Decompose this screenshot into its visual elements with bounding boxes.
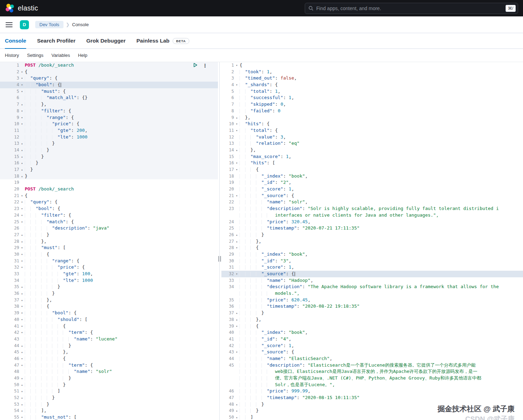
request-options-icon[interactable]: ⋮ [203, 63, 207, 68]
code-row[interactable]: 48▴} [221, 401, 523, 408]
response-viewer[interactable]: 1▾{2"took": 1,3"timed_out": false,4▾"_sh… [221, 62, 523, 420]
fold-toggle-icon[interactable]: ▴ [19, 382, 25, 388]
code-row[interactable]: 23"description": "Solr is highly scalabl… [221, 205, 523, 212]
fold-toggle-icon[interactable]: ▴ [19, 407, 25, 414]
fold-toggle-icon[interactable]: ▴ [19, 153, 25, 160]
fold-toggle-icon[interactable]: ▾ [19, 362, 25, 369]
code-row[interactable]: 52▴} [0, 395, 218, 401]
fold-toggle-icon[interactable]: ▾ [19, 310, 25, 316]
tab-console[interactable]: Console [5, 33, 26, 48]
code-row[interactable]: 26"description": "java" [0, 225, 218, 232]
code-row[interactable]: 10▾"price": { [0, 121, 218, 127]
code-row[interactable]: interfaces or native clients for Java an… [221, 212, 523, 219]
fold-toggle-icon[interactable]: ▴ [19, 349, 25, 355]
code-row[interactable]: 44▴} [0, 343, 218, 349]
code-row[interactable]: 47"timestamp": "2020-08-15 10:11:35" [221, 395, 523, 401]
code-row[interactable]: 23▾"bool": { [0, 205, 218, 212]
code-row[interactable]: 18▴} [0, 173, 218, 180]
code-row[interactable]: 22"name": "solr", [221, 199, 523, 205]
code-row[interactable]: 39▾"bool": { [0, 310, 218, 316]
fold-toggle-icon[interactable]: ▴ [19, 173, 25, 180]
code-row[interactable]: 43"name": "lucene" [0, 336, 218, 343]
fold-toggle-icon[interactable]: ▾ [234, 193, 240, 199]
code-row[interactable]: 14▴}, [221, 147, 523, 153]
fold-toggle-icon[interactable]: ▾ [234, 245, 240, 251]
fold-toggle-icon[interactable]: ▾ [19, 323, 25, 330]
code-row[interactable]: 14▴} [0, 147, 218, 153]
code-row[interactable]: 43▾"_source": { [221, 349, 523, 355]
global-search-input[interactable]: Find apps, content, and more. ⌘/ [305, 3, 518, 14]
fold-toggle-icon[interactable]: ▾ [234, 271, 240, 277]
code-row[interactable]: 1POST /book/_search [0, 62, 218, 69]
code-row[interactable]: 5"total": 1, [221, 88, 523, 95]
code-row[interactable]: 33"gte": 100, [0, 271, 218, 277]
code-row[interactable]: 39▾{ [221, 323, 523, 330]
fold-toggle-icon[interactable]: ▾ [19, 75, 25, 82]
code-row[interactable]: 45▴}, [0, 349, 218, 355]
code-row[interactable]: 10▾"hits": { [221, 121, 523, 127]
fold-toggle-icon[interactable]: ▴ [234, 147, 240, 153]
fold-toggle-icon[interactable]: ▾ [234, 62, 240, 69]
breadcrumb-dev-tools[interactable]: Dev Tools [35, 21, 63, 28]
fold-toggle-icon[interactable]: ▴ [234, 407, 240, 414]
fold-toggle-icon[interactable]: ▾ [234, 127, 240, 134]
fold-toggle-icon[interactable]: ▴ [19, 140, 25, 147]
fold-toggle-icon[interactable]: ▾ [19, 69, 25, 75]
fold-toggle-icon[interactable]: ▴ [19, 401, 25, 408]
space-avatar[interactable]: D [20, 20, 29, 29]
fold-toggle-icon[interactable]: ▾ [234, 349, 240, 355]
fold-toggle-icon[interactable]: ▴ [19, 395, 25, 401]
code-row[interactable]: 35▴} [0, 284, 218, 290]
code-row[interactable]: 2▾{ [0, 69, 218, 75]
code-row[interactable]: 7▴}, [0, 101, 218, 108]
code-row[interactable]: 42"_score": 1, [221, 343, 523, 349]
code-row[interactable]: 34"lte": 1000 [0, 277, 218, 284]
fold-toggle-icon[interactable]: ▴ [19, 388, 25, 395]
fold-toggle-icon[interactable]: ▾ [19, 193, 25, 199]
code-row[interactable]: 17▾{ [221, 166, 523, 173]
fold-toggle-icon[interactable]: ▴ [234, 401, 240, 408]
code-row[interactable]: 8"failed": 0 [221, 108, 523, 114]
fold-toggle-icon[interactable]: ▾ [19, 88, 25, 95]
code-row[interactable]: 15"max_score": 1, [221, 153, 523, 160]
code-row[interactable]: 13"relation": "eq" [221, 140, 523, 147]
code-row[interactable]: 54▴], [0, 407, 218, 414]
fold-toggle-icon[interactable]: ▾ [234, 121, 240, 127]
code-row[interactable]: 3▾"query": { [0, 75, 218, 82]
fold-toggle-icon[interactable]: ▴ [234, 414, 240, 420]
code-row[interactable]: 24"price": 320.45, [221, 219, 523, 225]
fold-toggle-icon[interactable]: ▾ [19, 219, 25, 225]
code-row[interactable]: 47▾"term": { [0, 362, 218, 369]
code-row[interactable]: 27▴} [0, 232, 218, 238]
fold-toggle-icon[interactable]: ▴ [234, 238, 240, 245]
code-row[interactable]: 4▾"_shards": { [221, 82, 523, 88]
code-row[interactable]: 19 [0, 179, 218, 186]
code-row[interactable]: 53▴} [0, 401, 218, 408]
code-row[interactable]: 55▾"must_not": [ [0, 414, 218, 420]
code-row[interactable]: 5▾"must": { [0, 88, 218, 95]
resizer-grip-icon[interactable] [219, 256, 221, 262]
fold-toggle-icon[interactable]: ▾ [19, 251, 25, 258]
fold-toggle-icon[interactable]: ▾ [19, 108, 25, 114]
fold-toggle-icon[interactable]: ▾ [234, 323, 240, 330]
code-row[interactable]: 31"_score": 1, [221, 264, 523, 271]
code-row[interactable]: 28▾{ [221, 245, 523, 251]
code-row[interactable]: 32▾"_source": { [221, 271, 523, 277]
code-row[interactable]: 6"match_all": {} [0, 95, 218, 101]
fold-toggle-icon[interactable]: ▴ [234, 114, 240, 121]
code-row[interactable]: 17▴} [0, 166, 218, 173]
fold-toggle-icon[interactable]: ▾ [234, 82, 240, 88]
fold-toggle-icon[interactable]: ▴ [19, 166, 25, 173]
tab-search-profiler[interactable]: Search Profiler [37, 33, 75, 48]
code-row[interactable]: 便。官方客户端在Java、.NET (C#)、PHP、Python、Apache… [221, 375, 523, 382]
code-row[interactable]: 26▴} [221, 232, 523, 238]
fold-toggle-icon[interactable]: ▴ [19, 284, 25, 290]
code-row[interactable]: 46"price": 999.99, [221, 388, 523, 395]
code-row[interactable]: 29▾"must": [ [0, 245, 218, 251]
code-row[interactable]: 50▴] [221, 414, 523, 420]
code-row[interactable]: web接口。Elasticsearch是用Java语言开发的，并作为Apache… [221, 368, 523, 375]
code-row[interactable]: 9▴}, [221, 114, 523, 121]
code-row[interactable]: 2"took": 1, [221, 69, 523, 75]
code-row[interactable]: 41▾{ [0, 323, 218, 330]
fold-toggle-icon[interactable]: ▴ [19, 101, 25, 108]
